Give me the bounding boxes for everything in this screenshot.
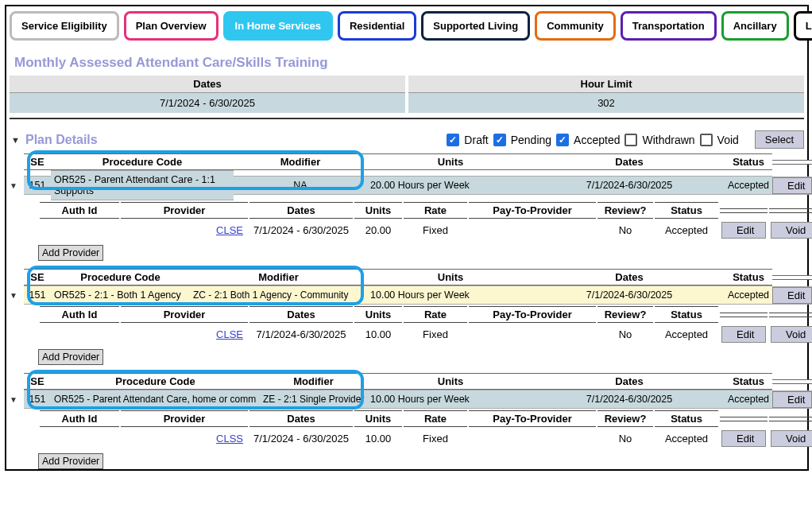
- tab-in-home-services[interactable]: In Home Services: [223, 11, 333, 41]
- checkbox-withdrawn[interactable]: [624, 134, 637, 146]
- cell-proc: OR525 - Parent Attendant Care - 1:1 Supp…: [51, 170, 234, 200]
- summary-dates-label: Dates: [10, 76, 405, 93]
- tab-plan-overview[interactable]: Plan Overview: [124, 11, 218, 41]
- edit-button[interactable]: Edit: [772, 287, 812, 304]
- col-provider: Provider: [121, 306, 248, 323]
- provider-link[interactable]: CLSE: [216, 328, 243, 340]
- cell-authid: [40, 436, 119, 442]
- cell-provdates: 7/1/2024 - 6/30/2025: [249, 221, 353, 239]
- col-procedure-code: Procedure Code: [51, 373, 260, 390]
- provider-link[interactable]: CLSS: [216, 433, 243, 445]
- plan-row-2: SE Procedure Code Modifier Units Dates S…: [10, 269, 804, 365]
- col-units: Units: [367, 373, 534, 390]
- label-accepted: Accepted: [574, 134, 620, 146]
- cell-authid: [40, 227, 119, 234]
- cell-units: 10.00 Hours per Week: [367, 390, 534, 409]
- cell-paytoprov: [469, 332, 596, 338]
- col-units-sub: Units: [354, 410, 402, 427]
- void-button[interactable]: Void: [771, 430, 812, 447]
- col-procedure-code: Procedure Code: [51, 269, 190, 285]
- plan-details-title: Plan Details: [25, 133, 440, 147]
- edit-button-sub[interactable]: Edit: [721, 222, 766, 239]
- edit-button-sub[interactable]: Edit: [721, 430, 766, 447]
- cell-status: Accepted: [725, 176, 772, 195]
- cell-authid: [40, 332, 119, 338]
- tab-service-eligibility[interactable]: Service Eligibility: [10, 11, 119, 41]
- plan-details-expander-icon[interactable]: ▼: [11, 135, 19, 145]
- col-review: Review?: [597, 410, 653, 427]
- col-dates-sub: Dates: [249, 202, 353, 219]
- cell-units: 20.00 Hours per Week: [367, 176, 534, 195]
- checkbox-accepted[interactable]: ✓: [556, 134, 569, 146]
- section-title: Monthly Assessed Attendant Care/Skills T…: [14, 55, 799, 71]
- row-expander-icon[interactable]: ▼: [10, 291, 24, 300]
- tab-legacy[interactable]: Legacy: [794, 11, 812, 41]
- col-dates: Dates: [534, 153, 725, 170]
- cell-units: 10.00 Hours per Week: [367, 285, 534, 305]
- label-withdrawn: Withdrawn: [642, 134, 694, 146]
- summary-hourlimit-label: Hour Limit: [408, 76, 804, 93]
- col-dates: Dates: [534, 269, 725, 285]
- edit-button[interactable]: Edit: [772, 391, 812, 408]
- checkbox-void[interactable]: [700, 134, 713, 146]
- cell-review: No: [597, 221, 653, 239]
- row-expander-icon[interactable]: ▼: [10, 395, 24, 404]
- col-authid: Auth Id: [40, 306, 119, 323]
- cell-provdates: 7/1/2024 - 6/30/2025: [249, 429, 353, 448]
- col-rate: Rate: [404, 410, 467, 427]
- tab-residential[interactable]: Residential: [338, 11, 416, 41]
- cell-proc: OR525 - 2:1 - Both 1 Agency: [51, 285, 190, 305]
- add-provider-button[interactable]: Add Provider: [38, 349, 103, 365]
- col-status: Status: [725, 153, 772, 170]
- col-modifier: Modifier: [260, 373, 367, 390]
- col-units-sub: Units: [354, 202, 402, 219]
- checkbox-draft[interactable]: ✓: [447, 134, 459, 146]
- cell-mod: ZE - 2:1 Single Provider: [260, 390, 367, 409]
- checkbox-pending[interactable]: ✓: [493, 134, 506, 146]
- row-expander-icon[interactable]: ▼: [10, 181, 24, 190]
- col-rate: Rate: [404, 306, 467, 323]
- col-se: SE: [24, 373, 51, 390]
- cell-se: 151: [24, 390, 51, 409]
- select-button[interactable]: Select: [755, 130, 804, 149]
- label-pending: Pending: [511, 134, 551, 146]
- col-provider: Provider: [121, 202, 248, 219]
- cell-mod: NA: [234, 176, 367, 195]
- tab-transportation[interactable]: Transportation: [621, 11, 717, 41]
- cell-provstatus: Accepted: [655, 429, 718, 448]
- col-modifier: Modifier: [190, 269, 367, 285]
- provider-link[interactable]: CLSE: [216, 224, 243, 236]
- tab-ancillary[interactable]: Ancillary: [721, 11, 789, 41]
- add-provider-button[interactable]: Add Provider: [38, 453, 103, 469]
- label-void: Void: [717, 134, 739, 146]
- col-authid: Auth Id: [40, 202, 119, 219]
- col-se: SE: [24, 153, 51, 170]
- add-provider-button[interactable]: Add Provider: [38, 245, 103, 261]
- cell-provunits: 10.00: [354, 325, 402, 344]
- void-button[interactable]: Void: [771, 326, 812, 343]
- tab-community[interactable]: Community: [535, 11, 616, 41]
- cell-rate: Fixed: [404, 325, 467, 344]
- edit-button[interactable]: Edit: [772, 177, 812, 194]
- tab-supported-living[interactable]: Supported Living: [421, 11, 530, 41]
- col-rate: Rate: [404, 202, 467, 219]
- cell-dates: 7/1/2024-6/30/2025: [534, 285, 725, 305]
- void-button[interactable]: Void: [771, 222, 812, 239]
- col-review: Review?: [597, 202, 653, 219]
- cell-rate: Fixed: [404, 221, 467, 239]
- edit-button-sub[interactable]: Edit: [721, 326, 766, 343]
- col-paytoprovider: Pay-To-Provider: [469, 306, 596, 323]
- cell-provstatus: Accepted: [655, 221, 718, 239]
- summary-dates-value: 7/1/2024 - 6/30/2025: [10, 93, 405, 113]
- plan-row-3: SE Procedure Code Modifier Units Dates S…: [10, 373, 804, 469]
- cell-status: Accepted: [725, 285, 772, 305]
- label-draft: Draft: [464, 134, 488, 146]
- col-units: Units: [367, 153, 534, 170]
- col-status-sub: Status: [655, 202, 718, 219]
- cell-mod: ZC - 2:1 Both 1 Agency - Community: [190, 285, 367, 305]
- col-paytoprovider: Pay-To-Provider: [469, 410, 596, 427]
- cell-provdates: 7/1/2024-6/30/2025: [249, 325, 353, 344]
- cell-provunits: 10.00: [354, 429, 402, 448]
- col-units: Units: [367, 269, 534, 285]
- cell-status: Accepted: [725, 390, 772, 409]
